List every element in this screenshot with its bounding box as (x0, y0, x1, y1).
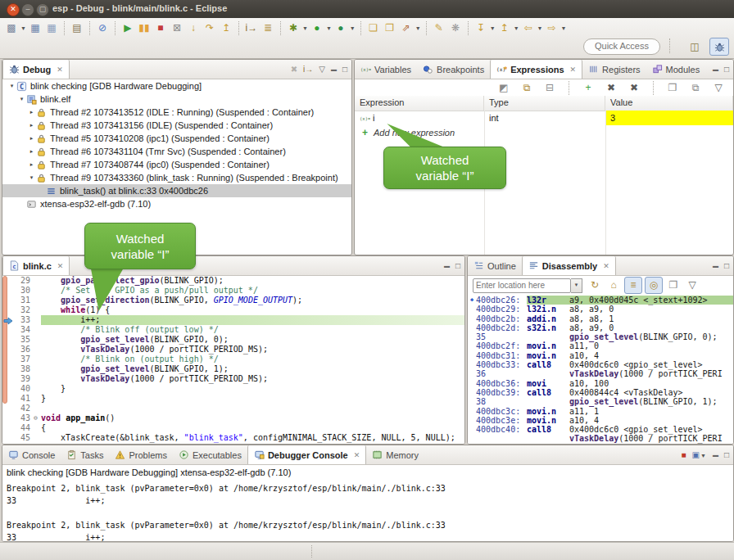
code-editor[interactable]: 29 gpio_pad_select_gpio(BLINK_GPIO);30 /… (2, 276, 464, 444)
paintbrush-button[interactable]: ✎ (431, 20, 447, 36)
line-number[interactable]: 42 (10, 404, 30, 413)
maximize-button[interactable]: □ (724, 451, 729, 459)
view-menu-button[interactable]: ▽ (319, 65, 325, 74)
open-resource-button[interactable]: ❐ (382, 20, 398, 36)
next-annotation-button[interactable]: ↥▼ (496, 20, 520, 36)
debug-tree-row[interactable]: ▸Thread #3 1073413156 (IDLE) (Suspended … (2, 119, 351, 132)
run-launch-button[interactable]: ●▼ (309, 20, 333, 36)
tree-twisty-icon[interactable]: ▾ (27, 174, 36, 181)
debug-launch-button[interactable]: ✱▼ (285, 20, 309, 36)
debug-tree-row[interactable]: ▾blink.elf (2, 93, 351, 106)
forward-history-button[interactable]: ⇨▼ (544, 20, 568, 36)
tab-blink.c[interactable]: cblink.c✕ (2, 256, 70, 275)
home-pc-button[interactable]: ⌂ (605, 278, 622, 293)
minimize-button[interactable]: ▬ (713, 66, 718, 72)
line-number[interactable]: 39 (10, 374, 30, 384)
tab-close-icon[interactable]: ✕ (57, 262, 64, 270)
tree-twisty-icon[interactable]: ▸ (27, 135, 36, 142)
tree-twisty-icon[interactable]: ▸ (27, 148, 36, 155)
tab-modules[interactable]: Modules (646, 60, 706, 79)
step-return-button[interactable]: ↥ (218, 20, 234, 36)
debug-tree-row[interactable]: blink_task() at blink.c:33 0x400dbc26 (2, 184, 351, 197)
window-minimize-button[interactable]: – (21, 3, 34, 16)
tab-debugger-console[interactable]: Debugger Console✕ (247, 445, 366, 464)
new-disassembly-view-button[interactable]: ❐ (665, 278, 682, 293)
expression-row[interactable]: (x)=iint3 (355, 111, 733, 125)
debug-tree-row[interactable]: ▾Cblink checking [GDB Hardware Debugging… (2, 79, 351, 93)
tab-debug[interactable]: Debug✕ (2, 60, 70, 79)
line-number[interactable]: 43 (10, 413, 30, 423)
maximize-button[interactable]: □ (342, 65, 347, 74)
back-history-button[interactable]: ⇦▼ (520, 20, 544, 36)
tab-disassembly[interactable]: Disassembly✕ (522, 256, 616, 275)
line-number[interactable]: 44 (10, 423, 30, 433)
line-number[interactable]: 40 (10, 384, 30, 394)
tab-registers[interactable]: Registers (582, 60, 646, 79)
maximize-button[interactable]: □ (455, 262, 460, 270)
build-binary-button[interactable]: ▤ (69, 20, 85, 36)
line-number[interactable]: 35 (10, 335, 30, 345)
save-button[interactable]: ▦ (27, 20, 43, 36)
window-close-button[interactable]: ✕ (7, 3, 20, 16)
location-dropdown-button[interactable]: ▼ (571, 278, 582, 293)
tree-twisty-icon[interactable]: ▸ (27, 161, 36, 168)
skip-all-breakpoints-button[interactable]: ⊘ (94, 20, 111, 36)
tab-outline[interactable]: Outline (468, 256, 522, 275)
debug-tree-row[interactable]: ▸Thread #7 1073408744 (ipc0) (Suspended … (2, 158, 351, 171)
maximize-button[interactable]: □ (724, 65, 729, 74)
add-expression-button[interactable]: + (580, 80, 596, 96)
tree-twisty-icon[interactable]: ▾ (7, 83, 16, 89)
show-logical-structures-button[interactable]: ⧉ (519, 80, 535, 96)
location-input[interactable] (473, 278, 571, 293)
tab-expressions[interactable]: (x)✱Expressions✕ (490, 60, 582, 79)
debug-tree-row[interactable]: ▸Thread #2 1073413512 (IDLE : Running) (… (2, 106, 351, 119)
tree-twisty-icon[interactable]: ▸ (27, 109, 36, 115)
tab-close-icon[interactable]: ✕ (603, 262, 609, 270)
line-number[interactable]: 31 (10, 296, 30, 305)
sync-with-active-context-button[interactable]: ◎ (645, 277, 663, 294)
link-with-debug-view-button[interactable]: ⧉ (687, 80, 704, 96)
new-wizard-button[interactable]: ▩▼ (3, 20, 27, 36)
resume-button[interactable]: ▶ (120, 20, 136, 36)
minimize-button[interactable]: ▬ (713, 263, 718, 269)
settings-gear-button[interactable]: ❋ (447, 20, 464, 36)
maximize-button[interactable]: □ (724, 262, 729, 270)
minimize-button[interactable]: ▬ (331, 66, 337, 72)
line-number[interactable]: 32 (10, 305, 30, 315)
view-menu-button[interactable]: ▽ (710, 80, 727, 96)
remove-expression-button[interactable]: ✖ (603, 80, 619, 96)
line-number[interactable]: 38 (10, 364, 30, 374)
disconnect-button[interactable]: ⊠ (169, 20, 185, 36)
new-expressions-view-button[interactable]: ❐ (664, 80, 681, 96)
line-number[interactable]: 34 (10, 325, 30, 335)
last-edit-location-button[interactable]: ↧▼ (473, 20, 496, 36)
minimize-button[interactable]: ▬ (713, 452, 718, 458)
debug-tree-row[interactable]: ▸Thread #6 1073431104 (Tmr Svc) (Suspend… (2, 145, 351, 158)
line-number[interactable]: 41 (10, 394, 30, 404)
debug-tree-row[interactable]: ▸Thread #5 1073410208 (ipc1) (Suspended … (2, 132, 351, 145)
quick-access-button[interactable]: Quick Access (583, 38, 660, 55)
terminate-console-button[interactable]: ■ (682, 451, 686, 459)
show-source-button[interactable]: ≡ (624, 277, 642, 294)
minimize-button[interactable]: ▬ (444, 263, 450, 269)
instruction-stepping-mode-button[interactable]: i→ (303, 65, 313, 74)
fold-marker-icon[interactable]: ⊖ (30, 413, 41, 423)
view-menu-button[interactable]: ▽ (684, 278, 700, 293)
tab-close-icon[interactable]: ✕ (57, 65, 63, 74)
tab-tasks[interactable]: Tasks (61, 445, 109, 464)
tab-problems[interactable]: Problems (109, 445, 172, 464)
tree-twisty-icon[interactable]: ▸ (27, 122, 36, 129)
tab-variables[interactable]: (x)=Variables (355, 60, 417, 79)
line-number[interactable]: 36 (10, 345, 30, 355)
window-maximize-button[interactable]: ▢ (36, 3, 49, 16)
save-all-button[interactable]: ▦ (43, 20, 60, 36)
tab-executables[interactable]: Executables (173, 445, 247, 464)
line-number[interactable]: 37 (10, 355, 30, 364)
remove-all-expressions-button[interactable]: ✖ (626, 80, 642, 96)
console-body[interactable]: blink checking [GDB Hardware Debugging] … (2, 465, 733, 541)
tree-twisty-icon[interactable]: ▾ (17, 96, 26, 102)
instruction-stepping-button[interactable]: i→ (243, 20, 260, 36)
show-type-names-button[interactable]: ◩ (496, 80, 512, 96)
tab-console[interactable]: Console (2, 445, 61, 464)
refresh-view-button[interactable]: ↻ (587, 278, 603, 293)
